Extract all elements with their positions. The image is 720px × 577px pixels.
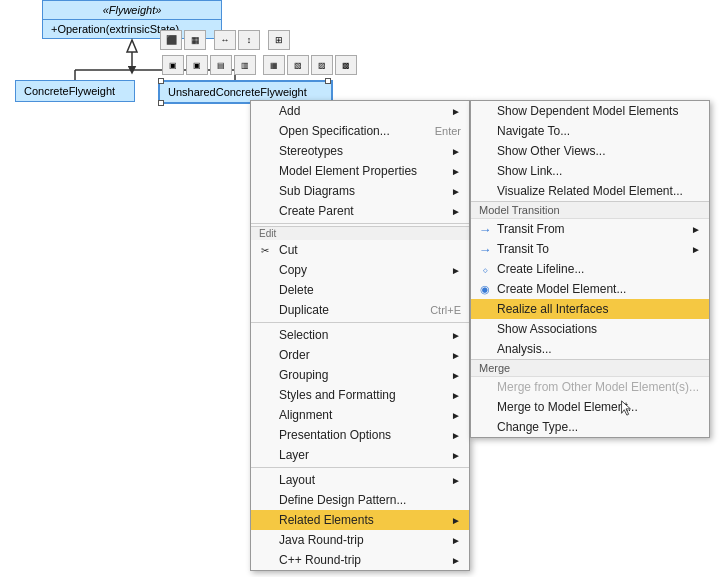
tb-r2-7[interactable]: ▨ [311,55,333,75]
sub-menu: Show Dependent Model Elements Navigate T… [470,100,710,438]
resize-handle-ml[interactable] [158,100,164,106]
sub-menu-visualize-related[interactable]: Visualize Related Model Element... [471,181,709,201]
svg-marker-5 [127,40,137,52]
tb-r2-8[interactable]: ▩ [335,55,357,75]
context-menu: Add ► Open Specification... Enter Stereo… [250,100,470,571]
toolbar-btn-4[interactable]: ↕ [238,30,260,50]
sub-menu-change-type[interactable]: Change Type... [471,417,709,437]
tb-r2-4[interactable]: ▥ [234,55,256,75]
menu-item-sub-diagrams[interactable]: Sub Diagrams ► [251,181,469,201]
toolbar: ⬛ ▦ ↔ ↕ ⊞ [160,30,290,50]
menu-item-presentation-options[interactable]: Presentation Options ► [251,425,469,445]
toolbar-btn-5[interactable]: ⊞ [268,30,290,50]
tb-r2-2[interactable]: ▣ [186,55,208,75]
cut-icon: ✂ [257,242,273,258]
sub-menu-realize-all-interfaces[interactable]: Realize all Interfaces [471,299,709,319]
menu-item-java-roundtrip[interactable]: Java Round-trip ► [251,530,469,550]
sub-menu-show-link[interactable]: Show Link... [471,161,709,181]
menu-item-alignment[interactable]: Alignment ► [251,405,469,425]
resize-handle-tl[interactable] [158,78,164,84]
menu-item-order[interactable]: Order ► [251,345,469,365]
lifeline-icon: ⬦ [477,261,493,277]
menu-item-define-design-pattern[interactable]: Define Design Pattern... [251,490,469,510]
sub-menu-show-associations[interactable]: Show Associations [471,319,709,339]
toolbar-btn-2[interactable]: ▦ [184,30,206,50]
toolbar-row2: ▣ ▣ ▤ ▥ ▦ ▧ ▨ ▩ [162,55,357,75]
sub-menu-transit-from[interactable]: → Transit From ► [471,219,709,239]
menu-item-selection[interactable]: Selection ► [251,325,469,345]
edit-label: Edit [251,226,469,240]
concrete-flyweight-box: ConcreteFlyweight [15,80,135,102]
menu-item-cut[interactable]: ✂ Cut [251,240,469,260]
toolbar-btn-1[interactable]: ⬛ [160,30,182,50]
flyweight-header: «Flyweight» [43,1,221,20]
sub-menu-navigate-to[interactable]: Navigate To... [471,121,709,141]
menu-item-cpp-roundtrip[interactable]: C++ Round-trip ► [251,550,469,570]
menu-item-open-spec[interactable]: Open Specification... Enter [251,121,469,141]
menu-item-related-elements[interactable]: Related Elements ► [251,510,469,530]
menu-item-styles-formatting[interactable]: Styles and Formatting ► [251,385,469,405]
tb-r2-5[interactable]: ▦ [263,55,285,75]
tb-r2-6[interactable]: ▧ [287,55,309,75]
model-transition-section: Model Transition [471,201,709,219]
add-arrow: ► [451,106,461,117]
menu-item-layer[interactable]: Layer ► [251,445,469,465]
resize-handle-tr[interactable] [325,78,331,84]
sub-menu-show-dependent[interactable]: Show Dependent Model Elements [471,101,709,121]
sub-menu-create-model-element[interactable]: ◉ Create Model Element... [471,279,709,299]
menu-item-copy[interactable]: Copy ► [251,260,469,280]
transit-from-icon: → [477,221,493,237]
merge-section: Merge [471,359,709,377]
sub-menu-analysis[interactable]: Analysis... [471,339,709,359]
menu-item-delete[interactable]: Delete [251,280,469,300]
tb-r2-3[interactable]: ▤ [210,55,232,75]
separator-2 [251,322,469,323]
menu-item-grouping[interactable]: Grouping ► [251,365,469,385]
menu-item-duplicate[interactable]: Duplicate Ctrl+E [251,300,469,320]
sub-menu-merge-to[interactable]: Merge to Model Element... [471,397,709,417]
sub-menu-create-lifeline[interactable]: ⬦ Create Lifeline... [471,259,709,279]
sub-menu-show-other-views[interactable]: Show Other Views... [471,141,709,161]
menu-item-model-element-props[interactable]: Model Element Properties ► [251,161,469,181]
menu-item-stereotypes[interactable]: Stereotypes ► [251,141,469,161]
menu-item-add[interactable]: Add ► [251,101,469,121]
separator-1 [251,223,469,224]
model-element-icon: ◉ [477,281,493,297]
sub-menu-transit-to[interactable]: → Transit To ► [471,239,709,259]
tb-r2-1[interactable]: ▣ [162,55,184,75]
menu-item-create-parent[interactable]: Create Parent ► [251,201,469,221]
separator-3 [251,467,469,468]
sub-menu-merge-from: Merge from Other Model Element(s)... [471,377,709,397]
toolbar-btn-3[interactable]: ↔ [214,30,236,50]
transit-to-icon: → [477,241,493,257]
menu-item-layout[interactable]: Layout ► [251,470,469,490]
